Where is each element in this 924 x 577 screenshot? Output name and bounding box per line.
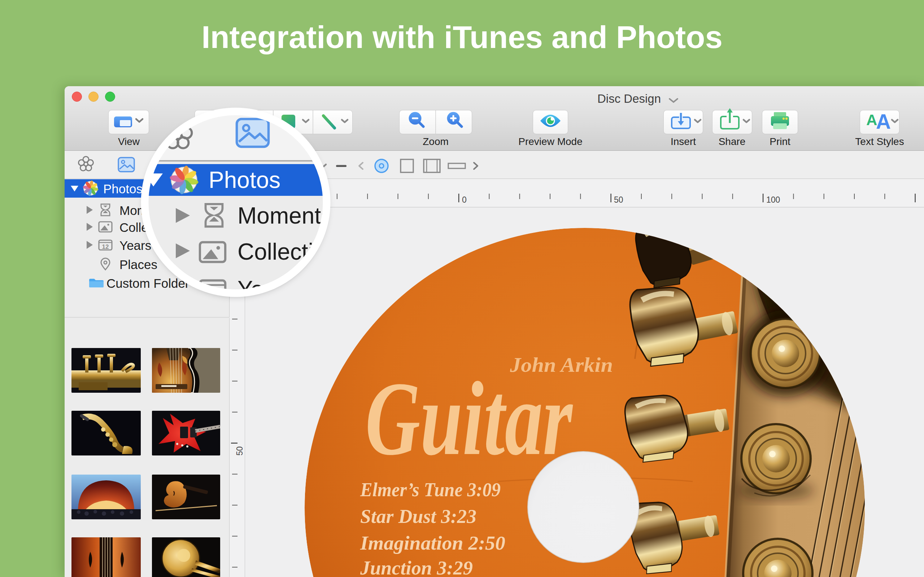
- svg-text:Moments: Moments: [237, 203, 333, 229]
- svg-text:12: 12: [102, 243, 109, 250]
- svg-text:Collections: Collections: [237, 239, 338, 265]
- svg-text:Elmer’s Tune 3:09: Elmer’s Tune 3:09: [360, 479, 501, 501]
- svg-text:Star Dust 3:23: Star Dust 3:23: [360, 505, 477, 527]
- svg-text:Guitar: Guitar: [365, 360, 573, 477]
- svg-text:A: A: [866, 111, 877, 128]
- svg-text:A: A: [876, 110, 891, 133]
- svg-text:Photos: Photos: [208, 167, 281, 193]
- svg-text:Imagination 2:50: Imagination 2:50: [360, 532, 505, 554]
- svg-text:Junction 3:29: Junction 3:29: [360, 557, 473, 577]
